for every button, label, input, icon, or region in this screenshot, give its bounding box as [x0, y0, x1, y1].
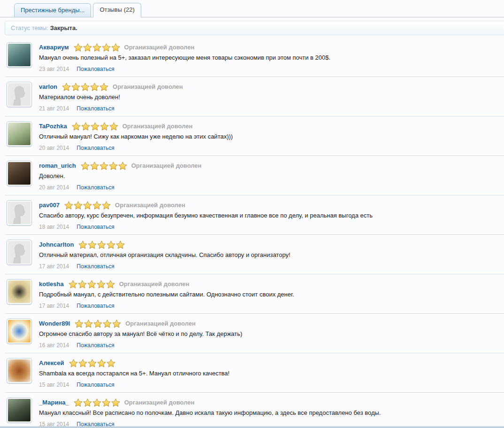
- avatar[interactable]: [7, 161, 32, 186]
- review-date: 18 авг 2014: [39, 224, 69, 230]
- review-date: 21 авг 2014: [39, 105, 69, 112]
- star-icon: [100, 122, 109, 131]
- review-meta: 17 авг 2014 Пожаловаться: [39, 303, 500, 309]
- org-satisfied-label: Организацией доволен: [119, 280, 190, 288]
- avatar-image: [8, 320, 31, 342]
- review-meta: 17 авг 2014 Пожаловаться: [39, 263, 500, 270]
- rating-stars: [72, 122, 118, 131]
- review-body: roman_urich Организацией доволен Доволен…: [39, 161, 500, 191]
- org-satisfied-label: Организацией доволен: [124, 44, 195, 51]
- star-icon: [116, 241, 125, 249]
- star-icon: [83, 201, 92, 210]
- star-icon: [78, 241, 87, 249]
- username-link[interactable]: Аквариум: [39, 44, 69, 51]
- avatar-image: [8, 359, 31, 382]
- star-icon: [92, 43, 101, 52]
- review-date: 16 авг 2014: [39, 342, 69, 349]
- star-icon: [106, 280, 115, 288]
- report-link[interactable]: Пожаловаться: [76, 66, 115, 72]
- username-link[interactable]: pav007: [39, 202, 60, 209]
- section-divider: [0, 426, 504, 428]
- review-text: Мануал очень полезный на 5+, заказал инт…: [39, 54, 500, 62]
- rating-stars: [74, 398, 120, 407]
- username-link[interactable]: roman_urich: [39, 162, 76, 169]
- star-icon: [78, 280, 87, 288]
- username-link[interactable]: Wonder89I: [39, 320, 70, 327]
- rating-stars: [78, 241, 125, 249]
- review-header: _Марина_ Организацией доволен: [39, 397, 500, 407]
- avatar[interactable]: [7, 82, 32, 107]
- review-row: kotlesha Организацией доволен Подробный …: [5, 274, 504, 314]
- org-satisfied-label: Организацией доволен: [125, 320, 196, 327]
- report-link[interactable]: Пожаловаться: [76, 145, 115, 151]
- username-link[interactable]: Алексей: [39, 359, 64, 366]
- star-icon: [74, 201, 83, 210]
- review-text: Подробный мануал, с действительно полезн…: [39, 290, 500, 298]
- avatar[interactable]: [7, 121, 32, 147]
- review-date: 23 авг 2014: [39, 66, 69, 72]
- avatar-image: [8, 280, 31, 303]
- star-icon: [102, 43, 111, 52]
- star-icon: [111, 398, 120, 407]
- avatar-image: [8, 83, 31, 106]
- avatar[interactable]: [7, 397, 32, 423]
- tab-reviews[interactable]: Отзывы (22): [93, 3, 141, 17]
- report-link[interactable]: Пожаловаться: [76, 342, 115, 349]
- org-satisfied-label: Организацией доволен: [115, 202, 185, 209]
- avatar[interactable]: [7, 200, 32, 226]
- review-row: TaPozhka Организацией доволен Отличный м…: [5, 117, 504, 156]
- avatar[interactable]: [7, 358, 32, 383]
- report-link[interactable]: Пожаловаться: [76, 184, 115, 191]
- avatar[interactable]: [7, 42, 32, 68]
- tab-prestigious-brands[interactable]: Престижные бренды...: [14, 3, 91, 17]
- username-link[interactable]: TaPozhka: [39, 123, 67, 130]
- rating-stars: [75, 319, 121, 328]
- review-text: Материалом очень доволен!: [39, 93, 500, 101]
- review-body: pav007 Организацией доволен Спасибо авто…: [39, 200, 500, 230]
- review-row: Johncarlton Отличный материал, отличная …: [5, 235, 504, 274]
- star-icon: [62, 83, 71, 91]
- username-link[interactable]: _Марина_: [39, 399, 69, 406]
- review-header: TaPozhka Организацией доволен: [39, 121, 500, 131]
- report-link[interactable]: Пожаловаться: [76, 381, 115, 388]
- star-icon: [74, 398, 83, 407]
- avatar[interactable]: [7, 240, 32, 265]
- rating-stars: [69, 280, 115, 288]
- report-link[interactable]: Пожаловаться: [76, 224, 115, 230]
- star-icon: [78, 359, 87, 367]
- star-icon: [109, 122, 118, 131]
- rating-stars: [69, 359, 115, 367]
- avatar[interactable]: [7, 319, 32, 344]
- avatar[interactable]: [7, 279, 32, 304]
- report-link[interactable]: Пожаловаться: [76, 303, 115, 309]
- org-satisfied-label: Организацией доволен: [113, 83, 183, 90]
- default-avatar-male-icon: [8, 202, 31, 224]
- star-icon: [91, 122, 99, 131]
- report-link[interactable]: Пожаловаться: [76, 105, 115, 112]
- username-link[interactable]: kotlesha: [39, 280, 64, 288]
- star-icon: [99, 83, 108, 91]
- star-icon: [92, 398, 101, 407]
- star-icon: [97, 359, 106, 367]
- star-icon: [83, 43, 92, 52]
- star-icon: [109, 162, 118, 170]
- review-date: 20 авг 2014: [39, 145, 69, 151]
- review-body: varlon Организацией доволен Материалом о…: [39, 82, 500, 112]
- review-meta: 23 авг 2014 Пожаловаться: [39, 66, 500, 72]
- review-body: Wonder89I Организацией доволен Огромное …: [39, 319, 500, 349]
- star-icon: [103, 319, 112, 328]
- star-icon: [112, 319, 121, 328]
- avatar-image: [8, 241, 31, 264]
- username-link[interactable]: varlon: [39, 83, 57, 90]
- username-link[interactable]: Johncarlton: [39, 241, 74, 248]
- star-icon: [72, 122, 81, 131]
- star-icon: [64, 201, 73, 210]
- review-text: Отличный материал, отличная организация …: [39, 251, 500, 259]
- review-text: Shambala ка всегда постарался на 5+. Ман…: [39, 369, 500, 377]
- report-link[interactable]: Пожаловаться: [76, 263, 115, 270]
- review-header: varlon Организацией доволен: [39, 82, 500, 92]
- star-icon: [90, 83, 99, 91]
- avatar-image: [8, 162, 31, 185]
- star-icon: [88, 241, 97, 249]
- star-icon: [102, 201, 111, 210]
